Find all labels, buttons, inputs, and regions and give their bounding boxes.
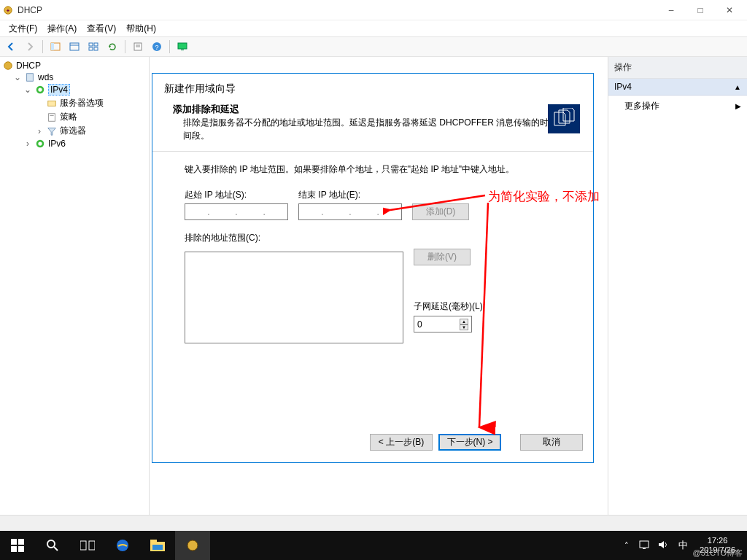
svg-point-27: [38, 141, 42, 145]
properties-icon[interactable]: [130, 39, 146, 55]
spin-up-icon[interactable]: ▲: [460, 319, 468, 324]
status-bar: [0, 515, 747, 531]
toolbar: ?: [0, 36, 747, 57]
options-leaf-icon: [47, 98, 57, 109]
options-icon[interactable]: [66, 39, 82, 55]
next-button[interactable]: 下一步(N) >: [438, 434, 501, 451]
window-titlebar: ✦ DHCP – □ ✕: [0, 0, 747, 20]
menu-file[interactable]: 文件(F): [4, 21, 42, 36]
expand-icon[interactable]: ›: [35, 126, 44, 136]
wizard-instruction: 键入要排除的 IP 地址范围。如果要排除单个地址，只需在"起始 IP 地址"中键…: [185, 163, 573, 176]
monitor-icon[interactable]: [174, 39, 190, 55]
svg-line-37: [54, 547, 58, 551]
dhcp-app-icon: ✦: [3, 5, 13, 15]
menu-action[interactable]: 操作(A): [43, 21, 81, 36]
search-button[interactable]: [35, 531, 70, 560]
new-scope-wizard: 新建作用域向导 添加排除和延迟 排除是指服务器不分配的地址或地址范围。延迟是指服…: [152, 73, 594, 463]
svg-rect-3: [51, 43, 54, 50]
window-title: DHCP: [18, 5, 42, 15]
refresh-icon[interactable]: [104, 39, 120, 55]
end-ip-input[interactable]: . . .: [298, 203, 402, 220]
svg-rect-9: [94, 47, 98, 50]
show-hide-icon[interactable]: [47, 39, 63, 55]
explorer-icon[interactable]: [140, 531, 175, 560]
svg-rect-43: [152, 545, 163, 550]
svg-rect-39: [89, 541, 95, 550]
expand-icon[interactable]: ⌄: [13, 72, 22, 82]
svg-rect-6: [89, 43, 93, 46]
collapse-icon[interactable]: ▲: [734, 83, 741, 91]
svg-point-36: [47, 540, 55, 548]
svg-rect-35: [18, 546, 24, 552]
tray-sound-icon[interactable]: [654, 540, 673, 551]
tree-dhcp-root[interactable]: DHCP: [1, 60, 147, 71]
tree-filters[interactable]: › 筛选器: [1, 124, 147, 138]
task-view-button[interactable]: [70, 531, 105, 560]
tree-server[interactable]: ⌄ wds: [1, 71, 147, 83]
svg-rect-16: [178, 43, 187, 49]
forward-button[interactable]: [22, 39, 38, 55]
svg-point-21: [38, 88, 42, 91]
policy-icon: [47, 112, 57, 122]
dhcp-icon: [3, 61, 13, 71]
svg-rect-38: [80, 541, 86, 550]
tray-overflow-icon[interactable]: ˄: [619, 541, 635, 551]
end-ip-label: 结束 IP 地址(E):: [298, 189, 402, 201]
center-pane: 新建作用域向导 添加排除和延迟 排除是指服务器不分配的地址或地址范围。延迟是指服…: [150, 57, 608, 522]
svg-rect-42: [150, 540, 157, 543]
expand-icon[interactable]: ⌄: [23, 85, 32, 95]
svg-text:?: ?: [155, 44, 158, 51]
tile-icon[interactable]: [85, 39, 101, 55]
back-button[interactable]: < 上一步(B): [370, 434, 433, 451]
svg-rect-17: [181, 50, 184, 50]
add-button[interactable]: 添加(D): [412, 203, 469, 220]
actions-pane: 操作 IPv4 ▲ 更多操作 ▶: [608, 57, 747, 522]
maximize-button[interactable]: □: [686, 1, 715, 20]
annotation-text: 为简化实验，不添加: [488, 188, 600, 205]
excluded-range-listbox[interactable]: [185, 252, 403, 343]
remove-button[interactable]: 删除(V): [414, 249, 471, 265]
tree-ipv4[interactable]: ⌄ IPv4: [1, 83, 147, 96]
svg-rect-34: [11, 546, 17, 552]
delay-input[interactable]: 0 ▲ ▼: [414, 316, 472, 332]
tree-server-options[interactable]: 服务器选项: [1, 96, 147, 110]
actions-header: 操作: [608, 57, 747, 79]
dhcp-taskbar-icon[interactable]: [175, 531, 210, 560]
back-button[interactable]: [3, 39, 19, 55]
start-ip-input[interactable]: . . .: [185, 203, 288, 220]
svg-rect-7: [94, 43, 98, 46]
filter-icon: [47, 126, 57, 136]
taskbar: ˄ 中 17:26 2019/7/26 @51CTO博客: [0, 531, 747, 560]
tree-policies[interactable]: 策略: [1, 110, 147, 124]
ie-icon[interactable]: [105, 531, 140, 560]
cancel-button[interactable]: 取消: [520, 434, 583, 451]
wizard-footer: < 上一步(B) 下一步(N) > 取消: [152, 430, 593, 462]
svg-marker-25: [48, 128, 56, 135]
expand-icon[interactable]: ›: [23, 139, 32, 149]
svg-rect-46: [643, 548, 646, 549]
wizard-header-icon: [548, 104, 580, 133]
ime-indicator[interactable]: 中: [673, 539, 694, 552]
svg-point-44: [187, 540, 198, 551]
tree-ipv6[interactable]: › IPv6: [1, 138, 147, 149]
menu-help[interactable]: 帮助(H): [122, 21, 160, 36]
ipv6-icon: [35, 139, 45, 149]
delay-label: 子网延迟(毫秒)(L):: [414, 300, 485, 313]
wizard-title: 新建作用域向导: [152, 74, 593, 98]
minimize-button[interactable]: –: [657, 1, 686, 20]
help-icon[interactable]: ?: [149, 39, 165, 55]
close-button[interactable]: ✕: [715, 1, 744, 20]
svg-rect-23: [49, 113, 55, 121]
actions-group-ipv4[interactable]: IPv4 ▲: [608, 79, 747, 96]
start-ip-label: 起始 IP 地址(S):: [185, 189, 288, 201]
menu-view[interactable]: 查看(V): [82, 21, 120, 36]
spin-down-icon[interactable]: ▼: [460, 324, 468, 330]
start-button[interactable]: [0, 531, 35, 560]
svg-rect-4: [70, 43, 79, 50]
actions-more[interactable]: 更多操作 ▶: [608, 96, 747, 117]
svg-point-18: [4, 62, 12, 70]
tree-pane: DHCP ⌄ wds ⌄ IPv4 服务器选项 策略 › 筛选器 ›: [0, 57, 150, 522]
svg-rect-33: [18, 539, 24, 545]
watermark: @51CTO博客: [693, 548, 743, 559]
tray-network-icon[interactable]: [635, 540, 654, 551]
